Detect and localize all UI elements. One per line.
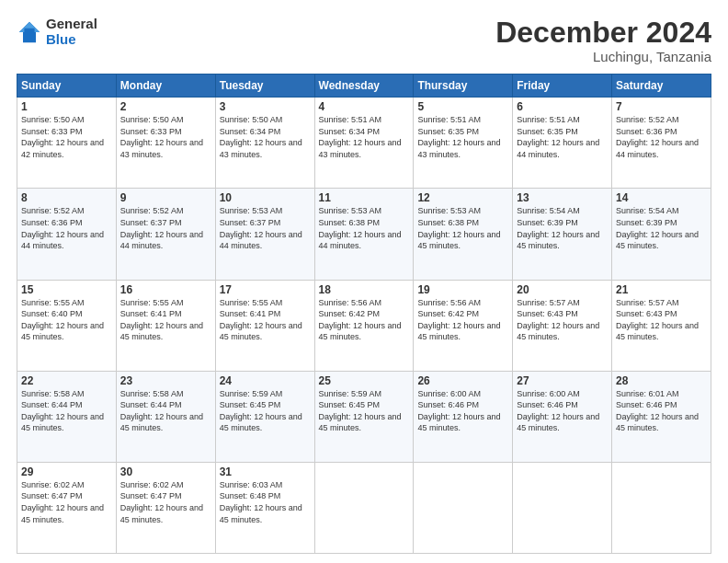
day-info: Sunrise: 5:57 AM Sunset: 6:43 PM Dayligh… [517,297,608,343]
calendar-cell-1-2: 10 Sunrise: 5:53 AM Sunset: 6:37 PM Dayl… [215,189,314,280]
day-number: 5 [417,100,508,113]
day-number: 31 [220,465,311,478]
day-number: 8 [21,191,112,204]
day-info: Sunrise: 6:01 AM Sunset: 6:46 PM Dayligh… [616,388,707,434]
day-info: Sunrise: 5:58 AM Sunset: 6:44 PM Dayligh… [21,388,112,434]
th-thursday: Thursday [414,75,513,98]
calendar-cell-1-0: 8 Sunrise: 5:52 AM Sunset: 6:36 PM Dayli… [17,189,117,280]
day-info: Sunrise: 5:59 AM Sunset: 6:45 PM Dayligh… [319,388,410,434]
calendar-cell-2-3: 18 Sunrise: 5:56 AM Sunset: 6:42 PM Dayl… [314,280,414,371]
th-monday: Monday [116,75,215,98]
calendar-cell-2-1: 16 Sunrise: 5:55 AM Sunset: 6:41 PM Dayl… [116,280,215,371]
calendar-cell-0-6: 7 Sunrise: 5:52 AM Sunset: 6:36 PM Dayli… [612,98,711,189]
day-info: Sunrise: 5:53 AM Sunset: 6:37 PM Dayligh… [220,205,311,251]
week-row-3: 22 Sunrise: 5:58 AM Sunset: 6:44 PM Dayl… [17,371,711,462]
day-info: Sunrise: 5:52 AM Sunset: 6:36 PM Dayligh… [21,205,112,251]
calendar-cell-4-1: 30 Sunrise: 6:02 AM Sunset: 6:47 PM Dayl… [116,462,215,553]
day-number: 15 [21,283,112,296]
calendar-cell-3-6: 28 Sunrise: 6:01 AM Sunset: 6:46 PM Dayl… [612,371,711,462]
day-info: Sunrise: 5:59 AM Sunset: 6:45 PM Dayligh… [220,388,311,434]
day-number: 21 [616,283,707,296]
calendar-cell-1-4: 12 Sunrise: 5:53 AM Sunset: 6:38 PM Dayl… [414,189,513,280]
day-info: Sunrise: 5:54 AM Sunset: 6:39 PM Dayligh… [517,205,608,251]
calendar-cell-0-2: 3 Sunrise: 5:50 AM Sunset: 6:34 PM Dayli… [215,98,314,189]
day-number: 1 [21,100,112,113]
day-number: 28 [616,374,707,387]
day-info: Sunrise: 5:55 AM Sunset: 6:41 PM Dayligh… [120,297,211,343]
header: General Blue December 2024 Luchingu, Tan… [17,17,711,64]
day-number: 19 [417,283,508,296]
th-wednesday: Wednesday [314,75,414,98]
day-info: Sunrise: 5:53 AM Sunset: 6:38 PM Dayligh… [319,205,410,251]
day-number: 25 [319,374,410,387]
day-info: Sunrise: 5:50 AM Sunset: 6:33 PM Dayligh… [120,114,211,160]
day-number: 13 [517,191,608,204]
title-block: December 2024 Luchingu, Tanzania [495,17,711,64]
calendar-cell-3-0: 22 Sunrise: 5:58 AM Sunset: 6:44 PM Dayl… [17,371,117,462]
day-info: Sunrise: 5:51 AM Sunset: 6:35 PM Dayligh… [517,114,608,160]
day-info: Sunrise: 5:56 AM Sunset: 6:42 PM Dayligh… [319,297,410,343]
th-sunday: Sunday [17,75,117,98]
day-info: Sunrise: 5:53 AM Sunset: 6:38 PM Dayligh… [417,205,508,251]
logo-icon [17,19,42,45]
calendar-table: Sunday Monday Tuesday Wednesday Thursday… [17,74,711,554]
calendar-cell-0-5: 6 Sunrise: 5:51 AM Sunset: 6:35 PM Dayli… [513,98,612,189]
day-number: 18 [319,283,410,296]
logo-general-text: General [46,17,97,32]
calendar-cell-2-6: 21 Sunrise: 5:57 AM Sunset: 6:43 PM Dayl… [612,280,711,371]
calendar-cell-1-5: 13 Sunrise: 5:54 AM Sunset: 6:39 PM Dayl… [513,189,612,280]
calendar-cell-3-2: 24 Sunrise: 5:59 AM Sunset: 6:45 PM Dayl… [215,371,314,462]
day-info: Sunrise: 5:55 AM Sunset: 6:41 PM Dayligh… [220,297,311,343]
day-info: Sunrise: 5:51 AM Sunset: 6:34 PM Dayligh… [319,114,410,160]
day-number: 24 [220,374,311,387]
calendar-cell-4-2: 31 Sunrise: 6:03 AM Sunset: 6:48 PM Dayl… [215,462,314,553]
day-number: 7 [616,100,707,113]
calendar-cell-4-0: 29 Sunrise: 6:02 AM Sunset: 6:47 PM Dayl… [17,462,117,553]
calendar-cell-3-1: 23 Sunrise: 5:58 AM Sunset: 6:44 PM Dayl… [116,371,215,462]
logo-blue-text: Blue [46,32,97,48]
th-friday: Friday [513,75,612,98]
day-info: Sunrise: 5:50 AM Sunset: 6:34 PM Dayligh… [220,114,311,160]
calendar-cell-1-6: 14 Sunrise: 5:54 AM Sunset: 6:39 PM Dayl… [612,189,711,280]
calendar-cell-1-1: 9 Sunrise: 5:52 AM Sunset: 6:37 PM Dayli… [116,189,215,280]
calendar-cell-3-4: 26 Sunrise: 6:00 AM Sunset: 6:46 PM Dayl… [414,371,513,462]
day-number: 11 [319,191,410,204]
logo: General Blue [17,17,97,47]
day-number: 2 [120,100,211,113]
day-number: 6 [517,100,608,113]
day-info: Sunrise: 5:52 AM Sunset: 6:36 PM Dayligh… [616,114,707,160]
header-row: Sunday Monday Tuesday Wednesday Thursday… [17,75,711,98]
calendar-cell-2-2: 17 Sunrise: 5:55 AM Sunset: 6:41 PM Dayl… [215,280,314,371]
day-number: 9 [120,191,211,204]
day-number: 22 [21,374,112,387]
day-info: Sunrise: 5:57 AM Sunset: 6:43 PM Dayligh… [616,297,707,343]
calendar-cell-0-0: 1 Sunrise: 5:50 AM Sunset: 6:33 PM Dayli… [17,98,117,189]
week-row-1: 8 Sunrise: 5:52 AM Sunset: 6:36 PM Dayli… [17,189,711,280]
day-number: 23 [120,374,211,387]
day-number: 16 [120,283,211,296]
day-info: Sunrise: 5:56 AM Sunset: 6:42 PM Dayligh… [417,297,508,343]
day-info: Sunrise: 5:50 AM Sunset: 6:33 PM Dayligh… [21,114,112,160]
calendar-cell-3-3: 25 Sunrise: 5:59 AM Sunset: 6:45 PM Dayl… [314,371,414,462]
day-number: 4 [319,100,410,113]
th-saturday: Saturday [612,75,711,98]
day-number: 27 [517,374,608,387]
location: Luchingu, Tanzania [495,49,711,64]
day-info: Sunrise: 5:54 AM Sunset: 6:39 PM Dayligh… [616,205,707,251]
th-tuesday: Tuesday [215,75,314,98]
calendar-cell-4-5 [513,462,612,553]
day-number: 29 [21,465,112,478]
day-info: Sunrise: 5:55 AM Sunset: 6:40 PM Dayligh… [21,297,112,343]
calendar-cell-4-3 [314,462,414,553]
calendar-cell-4-6 [612,462,711,553]
calendar-cell-2-0: 15 Sunrise: 5:55 AM Sunset: 6:40 PM Dayl… [17,280,117,371]
day-number: 12 [417,191,508,204]
day-info: Sunrise: 6:00 AM Sunset: 6:46 PM Dayligh… [417,388,508,434]
day-info: Sunrise: 6:02 AM Sunset: 6:47 PM Dayligh… [120,479,211,525]
logo-text: General Blue [46,17,97,47]
month-title: December 2024 [495,17,711,49]
day-info: Sunrise: 5:51 AM Sunset: 6:35 PM Dayligh… [417,114,508,160]
day-number: 26 [417,374,508,387]
calendar-cell-4-4 [414,462,513,553]
calendar-cell-1-3: 11 Sunrise: 5:53 AM Sunset: 6:38 PM Dayl… [314,189,414,280]
